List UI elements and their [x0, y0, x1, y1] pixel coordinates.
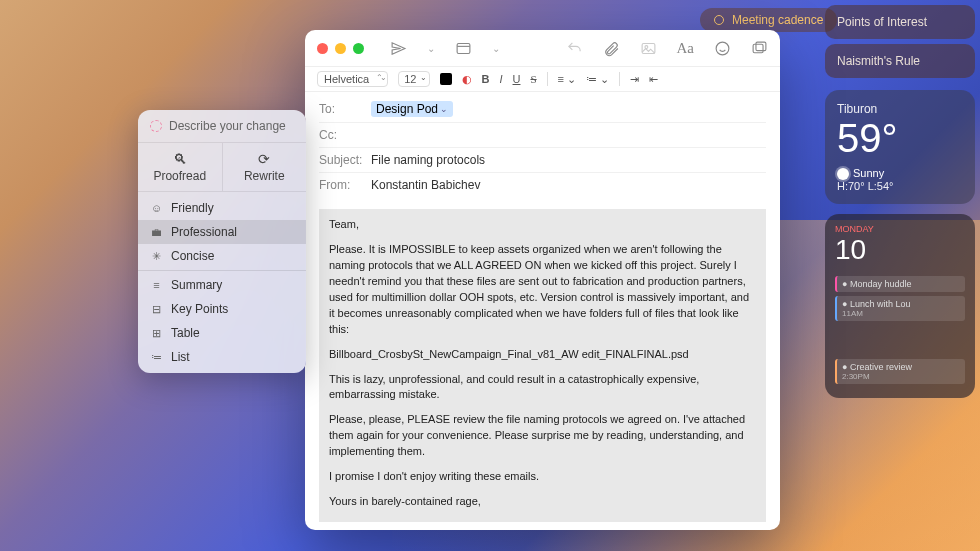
proofread-button[interactable]: 🔍︎Proofread — [138, 143, 223, 191]
message-body[interactable]: Team, Please. It is IMPOSSIBLE to keep a… — [319, 209, 766, 522]
weather-widget[interactable]: Tiburon 59° Sunny H:70° L:54° — [825, 90, 975, 204]
action-keypoints[interactable]: ⊟Key Points — [138, 297, 306, 321]
tone-concise[interactable]: ✳︎Concise — [138, 244, 306, 268]
format-bar: Helvetica 12 ◐ B I U S ≡ ⌄ ≔ ⌄ ⇥ ⇤ — [305, 66, 780, 92]
to-label: To: — [319, 102, 371, 116]
from-field[interactable]: Konstantin Babichev — [371, 178, 480, 192]
recipient-token[interactable]: Design Pod — [371, 101, 453, 117]
meeting-cadence-pill[interactable]: Meeting cadence — [700, 8, 837, 32]
send-icon[interactable] — [390, 40, 407, 57]
poi-widget-row[interactable]: Points of Interest — [825, 5, 975, 39]
align-button[interactable]: ≡ ⌄ — [558, 73, 576, 86]
minimize-icon[interactable] — [335, 43, 346, 54]
cal-event[interactable]: ● Lunch with Lou11AM — [835, 296, 965, 321]
indent-right-icon[interactable]: ⇥ — [630, 73, 639, 86]
window-titlebar: ⌄ ⌄ Aa — [305, 30, 780, 66]
writing-tools-popup: Describe your change 🔍︎Proofread ⟳Rewrit… — [138, 110, 306, 373]
calendar-widget[interactable]: MONDAY 10 ● Monday huddle ● Lunch with L… — [825, 214, 975, 398]
close-icon[interactable] — [317, 43, 328, 54]
action-list[interactable]: ≔List — [138, 345, 306, 369]
magnify-icon: 🔍︎ — [138, 151, 222, 167]
header-fields-icon[interactable] — [455, 40, 472, 57]
asterisk-icon: ✳︎ — [150, 250, 163, 263]
subject-label: Subject: — [319, 153, 371, 167]
reply-icon[interactable] — [566, 40, 583, 57]
weather-hilo: H:70° L:54° — [837, 180, 963, 192]
font-select[interactable]: Helvetica — [317, 71, 388, 87]
chevron-down-icon[interactable]: ⌄ — [492, 43, 500, 54]
lines-icon: ≡ — [150, 279, 163, 291]
calendar-dow: MONDAY — [835, 224, 965, 234]
widget-column: Points of Interest Naismith's Rule Tibur… — [825, 0, 975, 398]
cc-label: Cc: — [319, 128, 371, 142]
underline-button[interactable]: U — [513, 73, 521, 85]
svg-rect-5 — [756, 42, 766, 51]
strike-button[interactable]: S — [530, 73, 536, 85]
italic-button[interactable]: I — [499, 73, 502, 85]
list-button[interactable]: ≔ ⌄ — [586, 73, 609, 86]
pill-label: Meeting cadence — [732, 13, 823, 27]
weather-temp: 59° — [837, 116, 963, 161]
briefcase-icon: 💼︎ — [150, 226, 163, 238]
calendar-dom: 10 — [835, 234, 965, 266]
photos-browser-icon[interactable] — [751, 40, 768, 57]
chevron-down-icon[interactable]: ⌄ — [427, 43, 435, 54]
tone-friendly[interactable]: ☺Friendly — [138, 196, 306, 220]
weather-location: Tiburon — [837, 102, 963, 116]
table-icon: ⊞ — [150, 327, 163, 340]
circle-icon — [714, 15, 724, 25]
tone-professional[interactable]: 💼︎Professional — [138, 220, 306, 244]
photo-icon[interactable] — [640, 40, 657, 57]
keypoints-icon: ⊟ — [150, 303, 163, 316]
bold-button[interactable]: B — [482, 73, 490, 85]
weather-condition: Sunny — [837, 167, 963, 180]
mail-headers: To:Design Pod Cc: Subject:File naming pr… — [305, 92, 780, 201]
writing-prompt-row[interactable]: Describe your change — [138, 110, 306, 142]
refresh-icon: ⟳ — [223, 151, 307, 167]
naismith-widget-row[interactable]: Naismith's Rule — [825, 44, 975, 78]
traffic-lights[interactable] — [317, 43, 364, 54]
from-label: From: — [319, 178, 371, 192]
attach-icon[interactable] — [603, 40, 620, 57]
emoji-icon[interactable] — [714, 40, 731, 57]
subject-field[interactable]: File naming protocols — [371, 153, 485, 167]
action-summary[interactable]: ≡Summary — [138, 273, 306, 297]
rewrite-button[interactable]: ⟳Rewrite — [223, 143, 307, 191]
mail-compose-window: ⌄ ⌄ Aa Helvetica 12 ◐ B I U S ≡ ⌄ ≔ ⌄ ⇥ … — [305, 30, 780, 530]
color-swatch[interactable] — [440, 73, 452, 85]
sparkle-icon — [150, 120, 162, 132]
action-table[interactable]: ⊞Table — [138, 321, 306, 345]
svg-point-3 — [716, 42, 729, 55]
sun-icon — [837, 168, 849, 180]
indent-left-icon[interactable]: ⇤ — [649, 73, 658, 86]
color-picker-icon[interactable]: ◐ — [462, 73, 472, 86]
svg-rect-4 — [753, 44, 763, 53]
svg-rect-0 — [457, 43, 470, 53]
size-select[interactable]: 12 — [398, 71, 429, 87]
cal-event[interactable]: ● Creative review2:30PM — [835, 359, 965, 384]
smile-icon: ☺ — [150, 202, 163, 214]
format-icon[interactable]: Aa — [677, 40, 695, 57]
zoom-icon[interactable] — [353, 43, 364, 54]
list-icon: ≔ — [150, 351, 163, 364]
cal-event[interactable]: ● Monday huddle — [835, 276, 965, 292]
